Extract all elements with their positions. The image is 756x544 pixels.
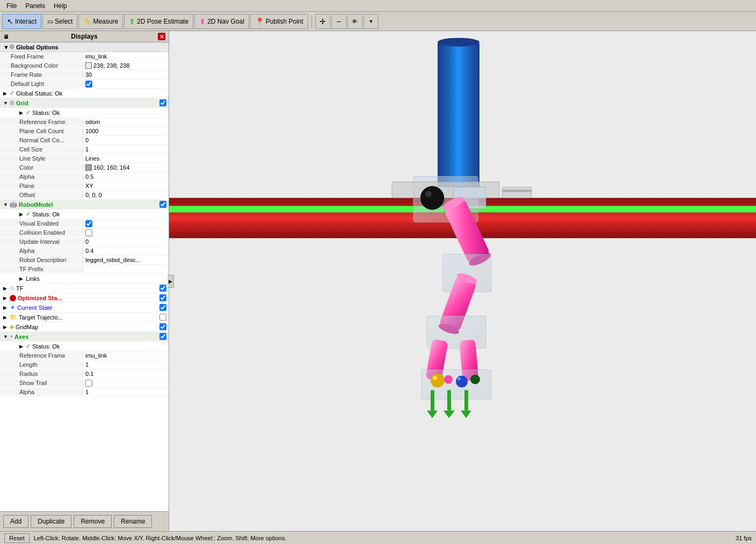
target-trajectory-checkbox[interactable] [159, 314, 166, 321]
axes-status-arrow[interactable]: ▶ [19, 344, 26, 349]
robot-model-header-row[interactable]: ▼ 🤖 RobotModel [0, 200, 169, 209]
interact-button[interactable]: ↖ Interact [2, 14, 41, 29]
axes-arrow[interactable]: ▼ [3, 334, 10, 339]
viewport[interactable] [169, 31, 756, 531]
menu-file[interactable]: File [2, 1, 21, 11]
duplicate-button[interactable]: Duplicate [31, 515, 71, 528]
menu-help[interactable]: Help [49, 1, 71, 11]
optimized-state-row[interactable]: ▶ Optimized Sta... [0, 293, 169, 303]
grid-alpha-value[interactable]: 0.5 [83, 173, 96, 180]
grid-plane-cell-value[interactable]: 1000 [83, 127, 100, 135]
axes-alpha-value[interactable]: 1 [83, 388, 91, 396]
current-state-arrow[interactable]: ▶ [3, 305, 10, 310]
optimized-icon [10, 295, 16, 301]
reset-button[interactable]: Reset [4, 533, 30, 543]
current-state-checkbox[interactable] [159, 304, 166, 311]
grid-offset-value[interactable]: 0; 0; 0 [83, 191, 104, 199]
axes-radius-value[interactable]: 0.1 [83, 370, 96, 378]
target-trajectory-row[interactable]: ▶ 📁 Target Trajecto... [0, 313, 169, 322]
robot-status-arrow[interactable]: ▶ [19, 212, 26, 217]
grid-color-row: Color 160; 160; 164 [0, 163, 169, 172]
robot-model-arrow[interactable]: ▼ [3, 202, 10, 207]
links-label: Links [26, 275, 40, 282]
visual-enabled-row: Visual Enabled [0, 219, 169, 228]
visual-enabled-label: Visual Enabled [0, 220, 83, 227]
global-options-header[interactable]: ▼ ⚙ Global Options [0, 42, 169, 52]
tf-arrow[interactable]: ▶ [3, 286, 10, 291]
publish-point-button[interactable]: 📍 Publish Point [250, 14, 308, 29]
crosshair-button[interactable]: ✛ [315, 14, 330, 29]
robot-alpha-value[interactable]: 0.4 [83, 247, 96, 255]
remove-button[interactable]: Remove [74, 515, 112, 528]
target-traj-arrow[interactable]: ▶ [3, 315, 10, 320]
grid-map-checkbox[interactable] [159, 323, 166, 330]
current-state-row[interactable]: ▶ ✦ Current State [0, 303, 169, 313]
update-interval-value[interactable]: 0 [83, 238, 91, 245]
axes-checkbox[interactable] [159, 333, 166, 340]
grid-plane-cell-row: Plane Cell Count 1000 [0, 127, 169, 136]
tf-checkbox[interactable] [159, 285, 166, 292]
global-options-arrow[interactable]: ▼ [3, 44, 9, 50]
grid-cell-size-value[interactable]: 1 [83, 146, 91, 153]
tf-prefix-value[interactable] [83, 269, 88, 270]
default-light-value[interactable] [83, 80, 95, 88]
collision-enabled-value[interactable] [83, 229, 95, 237]
camera-button[interactable]: 👁 [347, 14, 362, 29]
tree-panel[interactable]: ▼ ⚙ Global Options Fixed Frame imu_link … [0, 42, 169, 511]
bottom-buttons: Add Duplicate Remove Rename [0, 511, 169, 531]
current-state-icon: ✦ [10, 303, 16, 311]
grid-header-row[interactable]: ▼ ⊞ Grid [0, 98, 169, 108]
dropdown-button[interactable]: ▼ [364, 14, 379, 29]
grid-map-arrow[interactable]: ▶ [3, 324, 10, 330]
tf-row[interactable]: ▶ ⊹ TF [0, 284, 169, 293]
rename-button[interactable]: Rename [114, 515, 152, 528]
grid-status-checkmark: ✓ [26, 109, 31, 116]
grid-map-row[interactable]: ▶ ◈ GridMap [0, 322, 169, 332]
robot-model-label: RobotModel [19, 201, 159, 208]
links-arrow[interactable]: ▶ [19, 276, 26, 281]
axes-show-trail-checkbox[interactable] [85, 380, 92, 387]
optimized-state-checkbox[interactable] [159, 294, 166, 301]
global-status-arrow[interactable]: ▶ [3, 91, 10, 96]
fixed-frame-row: Fixed Frame imu_link [0, 52, 169, 61]
grid-plane-value[interactable]: XY [83, 182, 96, 190]
add-button[interactable]: Add [3, 515, 28, 528]
toolbar: ↖ Interact ▭ Select 📏 Measure ⬆ 2D Pose … [0, 12, 756, 31]
visual-enabled-checkbox[interactable] [85, 220, 92, 227]
axes-header-row[interactable]: ▼ ⌖ Axes [0, 332, 169, 342]
robot-model-checkbox[interactable] [159, 201, 166, 208]
grid-color-value[interactable]: 160; 160; 164 [83, 164, 132, 171]
select-button[interactable]: ▭ Select [42, 14, 77, 29]
collapse-panel-button[interactable]: ▶ [168, 275, 174, 288]
global-status-row[interactable]: ▶ ✓ Global Status: Ok [0, 89, 169, 98]
bg-color-value[interactable]: 238; 238; 238 [83, 62, 132, 69]
grid-line-style-value[interactable]: Lines [83, 155, 101, 162]
axes-length-value[interactable]: 1 [83, 361, 91, 368]
grid-arrow[interactable]: ▼ [3, 100, 10, 106]
grid-status-arrow[interactable]: ▶ [19, 110, 26, 115]
fixed-frame-value[interactable]: imu_link [83, 53, 109, 60]
svg-point-26 [457, 378, 461, 381]
zoom-out-button[interactable]: − [331, 14, 346, 29]
collision-enabled-row: Collision Enabled [0, 228, 169, 237]
axes-ref-frame-value[interactable]: imu_link [83, 352, 109, 359]
close-displays-button[interactable]: ✕ [158, 33, 165, 40]
menu-panels[interactable]: Panels [21, 1, 49, 11]
pose-estimate-button[interactable]: ⬆ 2D Pose Estimate [124, 14, 193, 29]
collision-enabled-checkbox[interactable] [85, 229, 92, 236]
nav-goal-button[interactable]: ⬆ 2D Nav Goal [194, 14, 249, 29]
tree-padding [0, 397, 169, 418]
visual-enabled-value[interactable] [83, 220, 95, 228]
robot-desc-value[interactable]: legged_robot_desc... [83, 256, 143, 264]
grid-status-row: ▶ ✓ Status: Ok [0, 108, 169, 118]
grid-normal-cell-value[interactable]: 0 [83, 136, 91, 144]
grid-checkbox[interactable] [159, 99, 166, 106]
tf-prefix-label: TF Prefix [0, 265, 83, 273]
default-light-checkbox[interactable] [85, 81, 92, 88]
links-row[interactable]: ▶ Links [0, 274, 169, 284]
frame-rate-value[interactable]: 30 [83, 71, 94, 78]
grid-ref-frame-value[interactable]: odom [83, 118, 103, 126]
measure-button[interactable]: 📏 Measure [78, 14, 123, 29]
axes-show-trail-value[interactable] [83, 379, 95, 387]
optimized-arrow[interactable]: ▶ [3, 295, 10, 301]
